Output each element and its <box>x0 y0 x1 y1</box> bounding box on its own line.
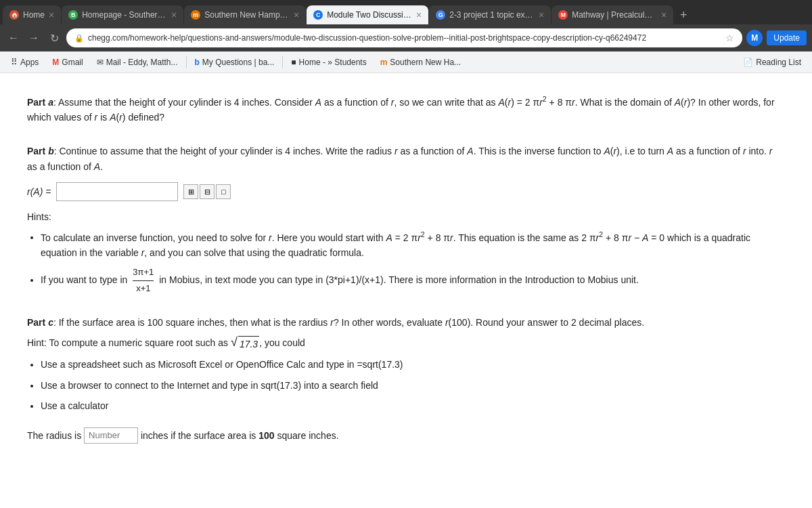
bookmark-apps[interactable]: ⠿ Apps <box>5 56 44 68</box>
tab-close-southern[interactable]: × <box>294 10 299 20</box>
address-bar: ← → ↻ 🔒 chegg.com/homework-help/question… <box>0 24 812 51</box>
tab-close-homepage[interactable]: × <box>171 10 177 20</box>
myquestions-icon: b <box>195 58 200 67</box>
bookmark-home-students[interactable]: ■ Home - » Students <box>286 56 371 68</box>
southern-ha-icon: m <box>380 58 388 67</box>
part-a-r: r <box>391 97 394 108</box>
gmail-icon: M <box>52 58 59 67</box>
sqrt-display: √ 17.3 <box>231 336 259 352</box>
tab-icon-google: G <box>436 10 445 20</box>
bookmark-divider-2 <box>282 56 283 68</box>
sqrt-value: 17.3 <box>238 336 259 352</box>
radius-input[interactable] <box>84 427 138 444</box>
profile-button[interactable]: M <box>746 30 763 46</box>
part-b-text: Part b: Continue to assume that the heig… <box>27 144 785 174</box>
hints-title: Hints: <box>27 209 785 224</box>
back-button[interactable]: ← <box>5 30 22 46</box>
update-button[interactable]: Update <box>767 30 807 45</box>
radical-symbol: √ <box>231 336 238 348</box>
tab-bar: 🏠 Home × B Homepage - Southern New... × … <box>0 0 812 24</box>
tab-label-home: Home <box>23 10 45 20</box>
part-c-hint-1: Use a spreadsheet such as Microsoft Exce… <box>41 357 785 372</box>
part-c-text: Part c: If the surface area is 100 squar… <box>27 315 785 330</box>
bookmark-mail[interactable]: ✉ Mail - Eddy, Matth... <box>91 56 183 68</box>
lock-icon: 🔒 <box>74 34 84 43</box>
tab-icon-module: C <box>313 10 323 20</box>
bookmark-southern-ha[interactable]: m Southern New Ha... <box>375 56 466 68</box>
url-text: chegg.com/homework-help/questions-and-an… <box>88 33 721 43</box>
new-tab-button[interactable]: + <box>674 5 693 24</box>
tab-southern[interactable]: m Southern New Hampshire ... × <box>184 5 306 24</box>
tab-label-google: 2-3 project 1 topic explora... <box>449 10 535 20</box>
tab-icon-homepage: B <box>68 10 78 20</box>
math-toolbar-btn-3[interactable]: □ <box>216 184 231 199</box>
r-a-input[interactable] <box>56 182 178 201</box>
myquestions-label: My Questions | ba... <box>202 58 275 67</box>
part-b-label: Part b <box>27 146 54 156</box>
bookmark-myquestions[interactable]: b My Questions | ba... <box>189 56 280 68</box>
page-content: Part a: Assume that the height of your c… <box>0 73 812 508</box>
apps-grid-icon: ⠿ <box>11 57 18 67</box>
tab-google[interactable]: G 2-3 project 1 topic explora... × <box>429 5 551 24</box>
r-a-label: r(A) = <box>27 184 51 199</box>
part-a-A: A <box>315 97 321 108</box>
part-a-func: A <box>499 97 505 108</box>
tab-module[interactable]: C Module Two Discussion Qu... × <box>307 5 428 24</box>
bookmark-gmail[interactable]: M Gmail <box>47 56 88 68</box>
southern-ha-label: Southern New Ha... <box>390 58 461 67</box>
refresh-button[interactable]: ↻ <box>46 30 62 46</box>
part-b-input-row: r(A) = ⊞ ⊟ □ <box>27 182 785 201</box>
hints-section: Hints: To calculate an inverse function,… <box>27 209 785 295</box>
tab-label-southern: Southern New Hampshire ... <box>204 10 290 20</box>
tab-home[interactable]: 🏠 Home × <box>3 5 61 24</box>
fraction-display: 3π+1 x+1 <box>133 266 154 296</box>
tab-label-module: Module Two Discussion Qu... <box>327 10 412 20</box>
reading-list-label: Reading List <box>756 58 801 67</box>
radius-end: inches if the surface area is 100 square… <box>141 429 339 440</box>
part-a-label: Part a <box>27 97 53 108</box>
radius-input-row: The radius is inches if the surface area… <box>27 427 785 444</box>
tab-label-homepage: Homepage - Southern New... <box>82 10 167 20</box>
part-c-hint-list: Use a spreadsheet such as Microsoft Exce… <box>27 357 785 413</box>
hint-2: If you want to type in 3π+1 x+1 in Mobiu… <box>41 266 785 296</box>
home-students-icon: ■ <box>291 58 296 67</box>
math-toolbar: ⊞ ⊟ □ <box>183 184 231 199</box>
tab-label-mathway: Mathway | Precalculus Pro... <box>572 10 657 20</box>
gmail-label: Gmail <box>62 58 83 67</box>
tab-close-google[interactable]: × <box>539 10 544 20</box>
part-c-section: Part c: If the surface area is 100 squar… <box>27 315 785 444</box>
mail-label: Mail - Eddy, Matth... <box>106 58 178 67</box>
home-students-label: Home - » Students <box>299 58 367 67</box>
tab-mathway[interactable]: M Mathway | Precalculus Pro... × <box>551 5 673 24</box>
tab-close-mathway[interactable]: × <box>661 10 667 20</box>
apps-label: Apps <box>20 58 39 67</box>
part-a-section: Part a: Assume that the height of your c… <box>27 93 785 125</box>
url-bar[interactable]: 🔒 chegg.com/homework-help/questions-and-… <box>66 28 742 47</box>
reading-list-button[interactable]: 📄 Reading List <box>738 56 807 68</box>
part-c-hint-3: Use a calculator <box>41 398 785 413</box>
tab-icon-southern: m <box>191 10 200 20</box>
reading-list-icon: 📄 <box>743 58 753 67</box>
forward-button[interactable]: → <box>26 30 42 46</box>
tab-icon-mathway: M <box>558 10 568 20</box>
part-b-section: Part b: Continue to assume that the heig… <box>27 144 785 295</box>
hint-1: To calculate an inverse function, you ne… <box>41 229 785 260</box>
math-toolbar-btn-1[interactable]: ⊞ <box>183 184 198 199</box>
mail-icon: ✉ <box>97 58 104 67</box>
tab-homepage[interactable]: B Homepage - Southern New... × <box>62 5 183 24</box>
bookmark-star-icon[interactable]: ☆ <box>725 33 734 43</box>
math-toolbar-btn-2[interactable]: ⊟ <box>200 184 215 199</box>
part-a-text: Part a: Assume that the height of your c… <box>27 93 785 125</box>
tab-icon-home: 🏠 <box>9 10 19 20</box>
part-c-label: Part c <box>27 317 53 328</box>
radius-label: The radius is <box>27 429 84 440</box>
tab-close-home[interactable]: × <box>49 10 54 20</box>
bookmark-divider-1 <box>186 56 187 68</box>
tab-close-module[interactable]: × <box>416 10 422 20</box>
part-c-hint-2: Use a browser to connect to the Internet… <box>41 378 785 393</box>
bookmarks-bar: ⠿ Apps M Gmail ✉ Mail - Eddy, Matth... b… <box>0 51 812 73</box>
part-c-hint: Hint: To compute a numeric square root s… <box>27 335 785 352</box>
hint-list: To calculate an inverse function, you ne… <box>27 229 785 296</box>
